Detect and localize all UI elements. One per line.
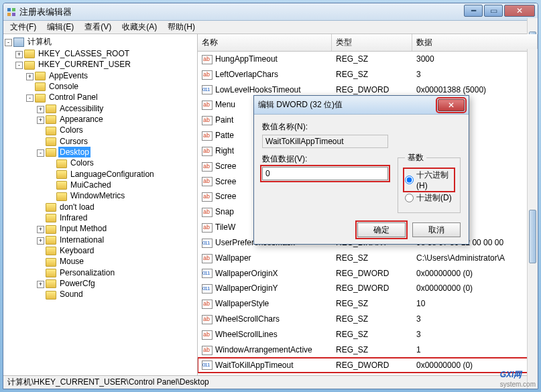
menu-edit[interactable]: 编辑(E) — [43, 20, 78, 34]
tree-item[interactable]: Accessibility — [58, 103, 105, 114]
folder-icon — [46, 225, 56, 234]
list-row[interactable]: WallpaperOriginYREG_DWORD0x00000000 (0) — [198, 281, 538, 296]
tree-item[interactable]: Desktop — [58, 147, 91, 157]
value-icon — [202, 55, 213, 64]
menu-file[interactable]: 文件(F) — [6, 20, 40, 34]
col-data[interactable]: 数据 — [412, 34, 538, 51]
col-name[interactable]: 名称 — [198, 34, 332, 51]
minimize-button[interactable]: ━ — [464, 5, 483, 17]
tree-toggle[interactable]: + — [37, 106, 44, 113]
tree-toggle[interactable]: - — [15, 62, 23, 69]
edit-dword-dialog: 编辑 DWORD (32 位)值 ✕ 数值名称(N): WaitToKillAp… — [253, 95, 469, 245]
cancel-button[interactable]: 取消 — [412, 222, 461, 237]
tree-item[interactable]: Personalization — [58, 267, 116, 278]
list-row[interactable]: WallpaperOriginXREG_DWORD0x00000000 (0) — [198, 266, 538, 281]
tree-item[interactable]: Infrared — [58, 212, 88, 223]
watermark: GXI网 system.com — [500, 367, 536, 388]
radio-dec[interactable] — [405, 194, 414, 202]
menu-view[interactable]: 查看(V) — [80, 20, 115, 34]
ok-button[interactable]: 确定 — [357, 222, 406, 237]
list-row[interactable]: LeftOverlapCharsREG_SZ3 — [198, 67, 538, 82]
tree-toggle[interactable]: + — [37, 281, 44, 288]
folder-icon — [56, 159, 67, 168]
list-row[interactable]: WallpaperREG_SZC:\Users\Administrator\A — [198, 251, 538, 266]
tree-item[interactable]: Colors — [69, 157, 95, 168]
tree-item[interactable]: MuiCached — [69, 180, 113, 190]
folder-icon — [35, 82, 46, 91]
folder-icon — [35, 94, 46, 103]
radio-hex[interactable] — [405, 176, 414, 184]
tree-toggle[interactable]: + — [37, 117, 44, 124]
folder-icon — [46, 269, 56, 277]
tree-item[interactable]: Keyboard — [58, 245, 95, 256]
tree-item[interactable]: don't load — [58, 202, 96, 212]
tree-item[interactable]: International — [58, 235, 105, 245]
tree-item[interactable]: HKEY_CURRENT_USER — [37, 59, 132, 70]
value-icon — [202, 315, 213, 324]
tree-toggle[interactable]: + — [37, 226, 44, 233]
value-icon — [202, 70, 213, 80]
menu-favorites[interactable]: 收藏夹(A) — [118, 20, 161, 34]
folder-icon — [46, 247, 56, 255]
svg-rect-2 — [7, 13, 11, 16]
folder-icon — [24, 50, 35, 58]
list-row[interactable]: WheelScrollLinesREG_SZ3 — [198, 327, 538, 342]
value-icon — [202, 192, 213, 202]
app-icon — [6, 7, 17, 17]
tree-item[interactable]: Sound — [58, 289, 84, 300]
tree-item[interactable]: Input Method — [58, 223, 108, 234]
value-icon — [202, 300, 213, 309]
menu-help[interactable]: 帮助(H) — [164, 20, 199, 34]
list-row[interactable]: WallpaperStyleREG_SZ10 — [198, 296, 538, 312]
tree-item[interactable]: WindowMetrics — [69, 190, 126, 201]
value-icon — [202, 223, 213, 233]
tree-toggle[interactable]: - — [26, 94, 34, 102]
list-row[interactable]: WaitToKillAppTimeoutREG_DWORD0x00000000 … — [198, 358, 538, 373]
folder-icon — [35, 72, 46, 80]
folder-icon — [56, 181, 67, 190]
registry-tree[interactable]: -计算机+HKEY_CLASSES_ROOT-HKEY_CURRENT_USER… — [3, 34, 198, 375]
list-scrollbar[interactable] — [527, 49, 538, 375]
list-header: 名称 类型 数据 — [198, 34, 538, 52]
value-icon — [202, 239, 213, 248]
tree-toggle[interactable]: + — [15, 51, 23, 58]
tree-root[interactable]: 计算机 — [26, 36, 53, 47]
tree-toggle[interactable]: + — [37, 237, 44, 245]
window-close-button[interactable]: ✕ — [504, 5, 535, 17]
tree-toggle[interactable]: + — [26, 73, 34, 80]
value-data-input[interactable] — [262, 167, 388, 180]
tree-item[interactable]: Cursors — [58, 136, 89, 147]
folder-icon — [46, 115, 56, 124]
tree-item[interactable]: Appearance — [58, 114, 105, 125]
value-icon — [202, 284, 213, 293]
list-row[interactable]: WindowArrangementActiveREG_SZ1 — [198, 342, 538, 358]
value-icon — [202, 269, 213, 278]
titlebar[interactable]: 注册表编辑器 ━ ▭ ✕ — [3, 3, 538, 21]
list-row[interactable]: HungAppTimeoutREG_SZ3000 — [198, 52, 538, 67]
folder-icon — [46, 214, 56, 222]
dialog-titlebar[interactable]: 编辑 DWORD (32 位)值 ✕ — [254, 96, 469, 115]
maximize-button[interactable]: ▭ — [484, 5, 503, 17]
dialog-close-button[interactable]: ✕ — [438, 99, 465, 111]
tree-item[interactable]: AppEvents — [48, 70, 89, 81]
folder-icon — [46, 203, 56, 212]
menubar: 文件(F) 编辑(E) 查看(V) 收藏夹(A) 帮助(H) — [3, 21, 538, 34]
tree-toggle[interactable]: - — [37, 149, 44, 157]
col-type[interactable]: 类型 — [332, 34, 412, 51]
tree-item[interactable]: Control Panel — [48, 92, 99, 103]
folder-icon — [46, 127, 56, 135]
status-path: 计算机\HKEY_CURRENT_USER\Control Panel\Desk… — [7, 377, 209, 388]
list-row[interactable]: WheelScrollCharsREG_SZ3 — [198, 312, 538, 327]
svg-rect-1 — [12, 8, 15, 11]
tree-item[interactable]: Console — [48, 81, 80, 92]
tree-item[interactable]: Mouse — [58, 256, 85, 267]
tree-item[interactable]: LanguageConfiguration — [69, 169, 156, 180]
value-name-label: 数值名称(N): — [262, 121, 461, 133]
tree-item[interactable]: Colors — [58, 125, 84, 135]
value-icon — [202, 131, 213, 141]
tree-item[interactable]: PowerCfg — [58, 278, 97, 289]
folder-icon — [46, 148, 56, 157]
value-icon — [202, 346, 213, 355]
tree-item[interactable]: HKEY_CLASSES_ROOT — [37, 48, 131, 59]
value-icon — [202, 254, 213, 263]
